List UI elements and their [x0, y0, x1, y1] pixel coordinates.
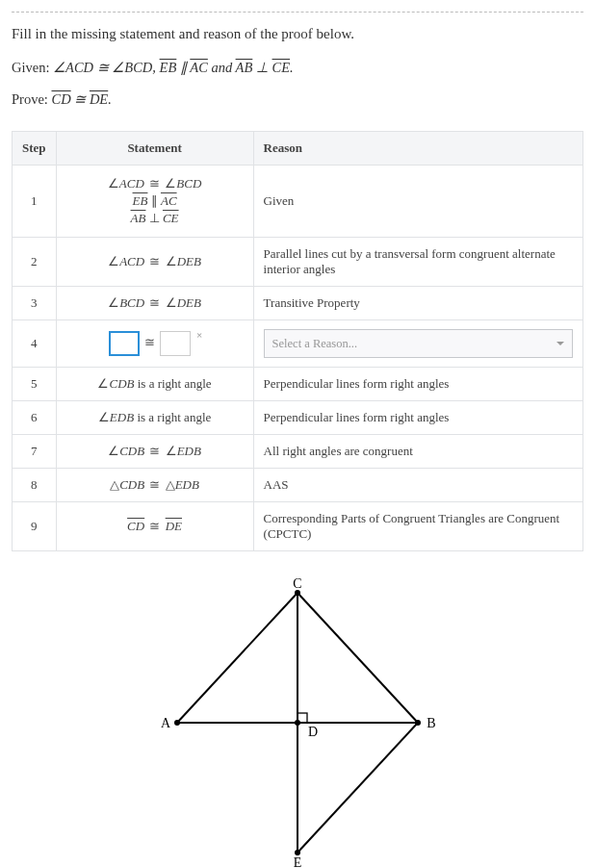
reason-cell: AAS [253, 469, 582, 502]
statement-cell: ∠EDB is a right angle [56, 401, 253, 435]
statement-cell: ∠BCD ≅ ∠DEB [56, 287, 253, 320]
given-label: Given: [12, 60, 53, 75]
reason-cell: Select a Reason... [253, 320, 582, 368]
reason-select-dropdown[interactable]: Select a Reason... [264, 329, 573, 358]
label-A: A [161, 716, 171, 730]
statement-cell: ∠CDB is a right angle [56, 368, 253, 401]
table-row: 6 ∠EDB is a right angle Perpendicular li… [13, 401, 583, 435]
step-num: 5 [13, 368, 57, 401]
header-reason: Reason [253, 132, 582, 166]
header-statement: Statement [56, 132, 253, 166]
step-num: 6 [13, 401, 57, 435]
svg-line-4 [298, 723, 418, 853]
table-row: 9 CD ≅ DE Corresponding Parts of Congrue… [13, 502, 583, 551]
statement-cell: ∠ACD ≅ ∠DEB [56, 238, 253, 287]
close-icon[interactable]: × [196, 329, 202, 341]
label-D: D [308, 725, 318, 739]
reason-cell: Perpendicular lines form right angles [253, 368, 582, 401]
table-row: 8 △CDB ≅ △EDB AAS [13, 469, 583, 502]
step-num: 8 [13, 469, 57, 502]
prove-line: Prove: CD ≅ DE. [12, 91, 583, 108]
prove-label: Prove: [12, 91, 51, 107]
top-dashed-border [12, 12, 583, 13]
step-num: 3 [13, 287, 57, 320]
svg-point-7 [415, 720, 421, 726]
statement-blank-left[interactable] [109, 331, 140, 356]
reason-cell: Parallel lines cut by a transversal form… [253, 238, 582, 287]
step-num: 9 [13, 502, 57, 551]
header-step: Step [13, 132, 57, 166]
table-row: 7 ∠CDB ≅ ∠EDB All right angles are congr… [13, 435, 583, 469]
given-math: ∠ACD ≅ ∠BCD, EB ∥ AC and AB ⊥ CE. [53, 60, 294, 75]
statement-cell: ≅ × [56, 320, 253, 368]
geometry-figure: C A B D E [148, 578, 447, 867]
step-num: 1 [13, 166, 57, 238]
prove-math: CD ≅ DE. [51, 91, 111, 107]
statement-blank-right[interactable] [160, 331, 191, 356]
step-num: 4 [13, 320, 57, 368]
table-row: 2 ∠ACD ≅ ∠DEB Parallel lines cut by a tr… [13, 238, 583, 287]
reason-cell: Corresponding Parts of Congruent Triangl… [253, 502, 582, 551]
figure-area: C A B D E Note: CE and AB are segments. [12, 578, 583, 868]
table-row: 5 ∠CDB is a right angle Perpendicular li… [13, 368, 583, 401]
cong-symbol: ≅ [142, 335, 157, 349]
proof-table: Step Statement Reason 1 ∠ACD ≅ ∠BCD EB ∥… [12, 131, 583, 551]
statement-cell: ∠CDB ≅ ∠EDB [56, 435, 253, 469]
step-num: 7 [13, 435, 57, 469]
svg-point-6 [174, 720, 180, 726]
table-row: 4 ≅ × Select a Reason... [13, 320, 583, 368]
reason-cell: Transitive Property [253, 287, 582, 320]
svg-line-2 [177, 593, 298, 723]
chevron-down-icon [556, 342, 564, 345]
reason-cell: All right angles are congruent [253, 435, 582, 469]
label-B: B [427, 716, 435, 730]
table-row: 3 ∠BCD ≅ ∠DEB Transitive Property [13, 287, 583, 320]
table-row: 1 ∠ACD ≅ ∠BCD EB ∥ AC AB ⊥ CE Given [13, 166, 583, 238]
svg-line-3 [298, 593, 418, 723]
label-C: C [293, 578, 301, 591]
reason-select-placeholder: Select a Reason... [272, 337, 358, 351]
reason-cell: Given [253, 166, 582, 238]
reason-cell: Perpendicular lines form right angles [253, 401, 582, 435]
label-E: E [294, 855, 302, 867]
statement-cell: CD ≅ DE [56, 502, 253, 551]
statement-cell: △CDB ≅ △EDB [56, 469, 253, 502]
svg-point-10 [295, 720, 300, 726]
step-num: 2 [13, 238, 57, 287]
statement-cell: ∠ACD ≅ ∠BCD EB ∥ AC AB ⊥ CE [56, 166, 253, 238]
given-line: Given: ∠ACD ≅ ∠BCD, EB ∥ AC and AB ⊥ CE. [12, 60, 583, 76]
instruction-text: Fill in the missing statement and reason… [12, 26, 583, 42]
